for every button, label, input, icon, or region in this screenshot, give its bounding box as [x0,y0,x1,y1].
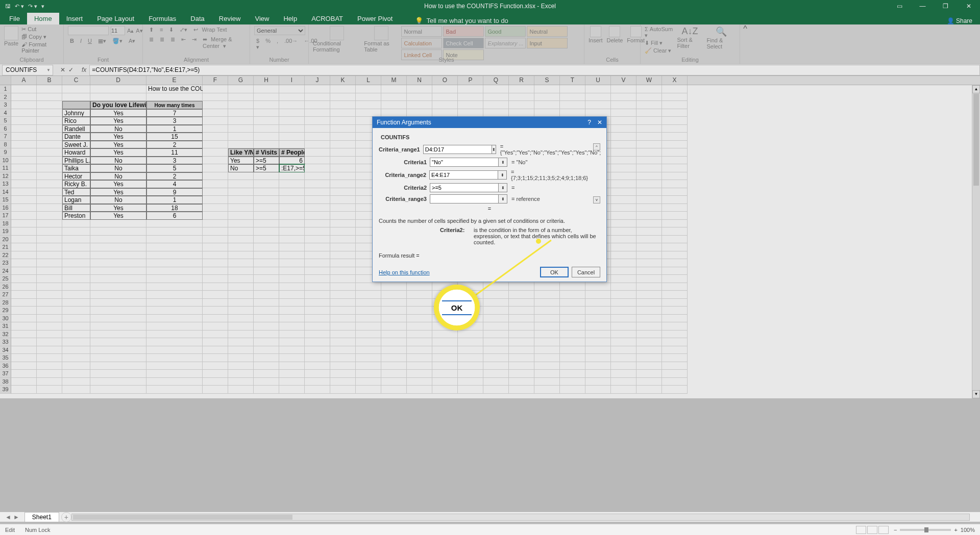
cell-D12[interactable]: No [90,172,146,181]
cell-W8[interactable] [636,141,662,149]
cell-E17[interactable]: 6 [146,212,203,220]
cell-N38[interactable] [407,378,432,386]
cell-K9[interactable] [330,148,356,157]
cell-X30[interactable] [662,315,688,323]
cell-C23[interactable] [62,259,90,267]
cell-A23[interactable] [11,259,37,267]
cell-N3[interactable] [407,101,432,109]
cell-V28[interactable] [611,299,636,307]
maximize-icon[interactable]: ❐ [934,0,957,12]
cell-G30[interactable] [228,315,254,323]
cell-K32[interactable] [330,330,356,339]
cell-H37[interactable] [254,370,279,378]
cell-F28[interactable] [203,299,228,307]
cell-M2[interactable] [381,93,407,101]
cell-Q29[interactable] [483,307,509,315]
wrap-text-button[interactable]: ↩ Wrap Text [191,26,231,34]
cell-G23[interactable] [228,259,254,267]
cell-D9[interactable]: Yes [90,148,146,157]
cell-D1[interactable] [90,85,146,93]
cell-R4[interactable] [509,109,534,117]
cell-E21[interactable] [146,243,203,251]
cell-W23[interactable] [636,259,662,267]
cell-Q35[interactable] [483,354,509,362]
cell-C18[interactable] [62,220,90,228]
cell-K5[interactable] [330,117,356,125]
cell-E38[interactable] [146,378,203,386]
cell-K35[interactable] [330,354,356,362]
cell-F1[interactable] [203,85,228,93]
column-header-P[interactable]: P [458,76,483,85]
style-explanatory[interactable]: Explanatory ... [485,38,526,48]
cell-J7[interactable] [305,133,330,141]
row-header-29[interactable]: 29 [0,307,11,315]
row-header-30[interactable]: 30 [0,315,11,323]
row-header-17[interactable]: 17 [0,212,11,220]
cell-S33[interactable] [534,338,560,346]
cell-H16[interactable] [254,204,279,212]
cell-D3[interactable]: Do you love Lifewire? [90,101,146,109]
cell-J13[interactable] [305,180,330,188]
cell-X38[interactable] [662,378,688,386]
cell-E34[interactable] [146,346,203,354]
cell-B1[interactable] [37,85,62,93]
cell-A28[interactable] [11,299,37,307]
ribbon-display-icon[interactable]: ▭ [888,0,911,12]
cell-R29[interactable] [509,307,534,315]
cell-G27[interactable] [228,291,254,299]
cell-G26[interactable] [228,283,254,291]
percent-icon[interactable]: % [263,37,273,51]
cell-B16[interactable] [37,204,62,212]
cell-F29[interactable] [203,307,228,315]
cell-K12[interactable] [330,172,356,181]
align-right-icon[interactable]: ≣ [168,36,177,50]
cell-X9[interactable] [662,148,688,157]
cell-F12[interactable] [203,172,228,181]
cell-Q38[interactable] [483,378,509,386]
cell-F35[interactable] [203,354,228,362]
cell-W35[interactable] [636,354,662,362]
cell-C24[interactable] [62,267,90,275]
column-header-N[interactable]: N [407,76,432,85]
cell-S37[interactable] [534,370,560,378]
cell-K3[interactable] [330,101,356,109]
cell-Q30[interactable] [483,315,509,323]
tab-insert[interactable]: Insert [59,13,90,24]
conditional-formatting-button[interactable]: Conditional Formatting [313,26,361,60]
cell-I9[interactable]: # People [279,148,305,157]
cell-C25[interactable] [62,275,90,283]
row-header-21[interactable]: 21 [0,243,11,251]
cell-W18[interactable] [636,220,662,228]
cell-V20[interactable] [611,236,636,244]
cell-F5[interactable] [203,117,228,125]
cell-L30[interactable] [356,315,381,323]
cell-B11[interactable] [37,164,62,172]
cell-F36[interactable] [203,362,228,370]
cell-H39[interactable] [254,386,279,394]
cell-O2[interactable] [432,93,458,101]
cell-C9[interactable]: Howard [62,148,90,157]
cell-K16[interactable] [330,204,356,212]
cell-B26[interactable] [37,283,62,291]
cell-D2[interactable] [90,93,146,101]
cancel-button[interactable]: Cancel [572,267,600,277]
cell-J15[interactable] [305,196,330,204]
cell-B23[interactable] [37,259,62,267]
cell-V16[interactable] [611,204,636,212]
cell-K10[interactable] [330,157,356,165]
cell-V30[interactable] [611,315,636,323]
cell-D28[interactable] [90,299,146,307]
cell-V33[interactable] [611,338,636,346]
cell-W17[interactable] [636,212,662,220]
cell-I21[interactable] [279,243,305,251]
cell-J4[interactable] [305,109,330,117]
cell-E26[interactable] [146,283,203,291]
align-left-icon[interactable]: ≣ [147,36,156,50]
cell-J11[interactable] [305,164,330,172]
cell-W4[interactable] [636,109,662,117]
cell-I3[interactable] [279,101,305,109]
cell-X33[interactable] [662,338,688,346]
cell-B19[interactable] [37,227,62,236]
cell-G10[interactable]: Yes [228,157,254,165]
redo-icon[interactable]: ↷ ▾ [28,3,37,10]
